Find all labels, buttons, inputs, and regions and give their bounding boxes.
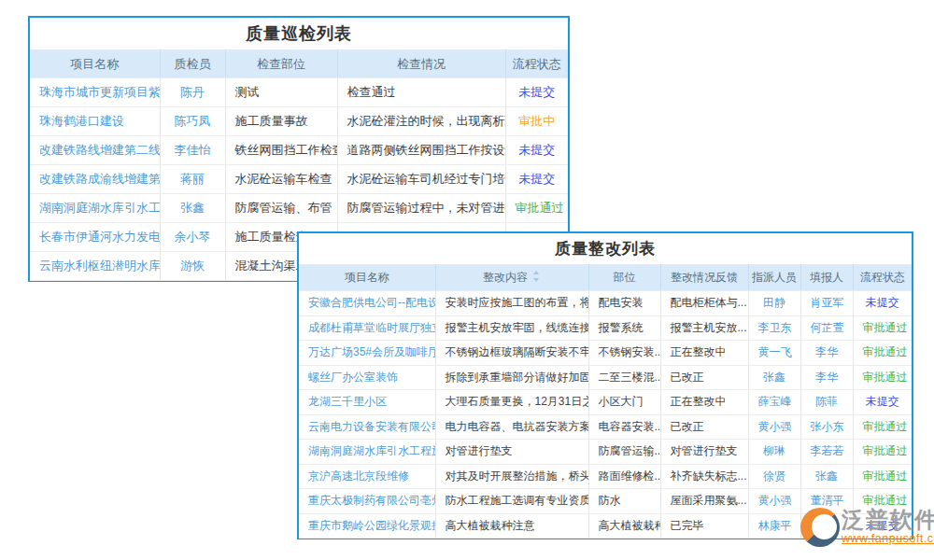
filler-cell[interactable]: 陈菲 — [800, 390, 853, 415]
assignee-cell[interactable]: 田静 — [748, 291, 800, 316]
project-cell[interactable]: 重庆市鹅岭公园绿化景观提升... — [299, 513, 435, 539]
part-cell: 水泥砼运输车检查 — [225, 165, 337, 194]
status-cell[interactable]: 审批中 — [505, 107, 568, 136]
assignee-cell[interactable]: 徐贤 — [748, 464, 800, 489]
filler-cell[interactable]: 张小东 — [800, 414, 853, 440]
project-cell[interactable]: 珠海市城市更新项目紫... — [30, 78, 160, 107]
content-cell: 对其及时开展整治措施，桥头... — [435, 464, 588, 489]
content-cell: 不锈钢边框玻璃隔断安装不牢... — [435, 341, 588, 366]
content-cell: 拆除到承重墙部分请做好加固... — [435, 365, 588, 390]
project-cell[interactable]: 珠海鹤港口建设 — [30, 107, 160, 136]
part-cell: 二至三楼混... — [588, 365, 660, 390]
status-cell[interactable]: 未提交 — [505, 165, 568, 194]
project-cell[interactable]: 万达广场35#会所及咖啡厅空... — [299, 341, 435, 366]
inspector-cell[interactable]: 李佳怡 — [160, 136, 225, 165]
inspection-table-title: 质量巡检列表 — [30, 18, 568, 49]
assignee-cell[interactable]: 柳琳 — [748, 440, 800, 465]
table-row: 万达广场35#会所及咖啡厅空...不锈钢边框玻璃隔断安装不牢...不锈钢安装..… — [299, 341, 912, 366]
part-cell: 不锈钢安装... — [588, 341, 660, 366]
status-cell[interactable]: 未提交 — [853, 291, 912, 316]
inspector-cell[interactable]: 陈丹 — [160, 78, 225, 107]
part-cell: 施工质量事故 — [225, 107, 337, 136]
inspector-cell[interactable]: 游恢 — [160, 252, 225, 281]
project-cell[interactable]: 云南水利枢纽潜明水库... — [30, 252, 160, 281]
status-cell[interactable]: 未提交 — [505, 136, 568, 165]
part-cell: 测试 — [225, 78, 337, 107]
filler-cell[interactable]: 李若若 — [800, 440, 853, 465]
project-cell[interactable]: 重庆太极制药有限公司亳州中... — [299, 489, 435, 514]
project-cell[interactable]: 云南电力设备安装有限公司20... — [299, 414, 435, 440]
feedback-cell: 配电柜柜体与... — [660, 291, 748, 316]
content-cell: 防水工程施工选调有专业资质... — [435, 489, 588, 514]
column-header-content[interactable]: 整改内容 — [435, 265, 588, 291]
sort-icon[interactable] — [532, 271, 541, 282]
status-cell[interactable]: 审批通过 — [853, 341, 912, 366]
part-cell: 报警系统 — [588, 315, 660, 341]
assignee-cell[interactable]: 黄小强 — [748, 489, 800, 514]
column-header-situation: 检查情况 — [337, 50, 505, 78]
content-cell: 高大植被栽种注意 — [435, 513, 588, 539]
status-cell[interactable]: 审批通过 — [505, 194, 568, 223]
assignee-cell[interactable]: 黄一飞 — [748, 341, 800, 366]
status-cell[interactable]: 审批通过 — [853, 464, 912, 489]
situation-cell: 检查通过 — [337, 78, 505, 107]
assignee-cell[interactable]: 张鑫 — [748, 365, 800, 390]
status-cell[interactable]: 审批通过 — [853, 365, 912, 390]
filler-cell[interactable]: 肖亚军 — [800, 291, 853, 316]
inspector-cell[interactable]: 余小琴 — [160, 223, 225, 252]
assignee-cell[interactable]: 李卫东 — [748, 315, 800, 341]
fanpu-logo-icon — [800, 508, 840, 547]
table-row: 湖南洞庭湖水库引水工程施工I标对管进行垫支防腐管运输...对管进行垫支柳琳李若若… — [299, 440, 912, 465]
watermark-brand-text: 泛普软件 — [842, 508, 934, 532]
assignee-cell[interactable]: 薛宝峰 — [748, 390, 800, 415]
table-row: 珠海市城市更新项目紫...陈丹测试检查通过未提交 — [30, 78, 568, 107]
project-cell[interactable]: 安徽合肥供电公司--配电设备... — [299, 291, 435, 316]
project-cell[interactable]: 成都杜甫草堂临时展厅独立展... — [299, 315, 435, 341]
column-header-status: 流程状态 — [505, 50, 568, 78]
status-cell[interactable]: 审批通过 — [853, 315, 912, 341]
filler-cell[interactable]: 何芷萱 — [800, 315, 853, 341]
project-cell[interactable]: 龙湖三千里小区 — [299, 390, 435, 415]
status-cell[interactable]: 未提交 — [505, 78, 568, 107]
filler-cell[interactable]: 李华 — [800, 365, 853, 390]
rectification-table: 项目名称 整改内容 部位 整改情况反馈 指派人员 填报人 流程状态 安徽合肥供电… — [299, 264, 912, 539]
part-cell: 电容器安装... — [588, 414, 660, 440]
assignee-cell[interactable]: 林康平 — [748, 513, 800, 539]
rectification-table-body: 安徽合肥供电公司--配电设备...安装时应按施工图的布置，将...配电安装配电柜… — [299, 291, 912, 539]
status-cell[interactable]: 审批通过 — [853, 440, 912, 465]
filler-cell[interactable]: 张鑫 — [800, 464, 853, 489]
content-cell: 大理石质量更换，12月31日之... — [435, 390, 588, 415]
column-header-content-label: 整改内容 — [483, 271, 528, 284]
inspector-cell[interactable]: 蒋丽 — [160, 165, 225, 194]
project-cell[interactable]: 京沪高速北京段维修 — [299, 464, 435, 489]
project-cell[interactable]: 湖南洞庭湖水库引水工... — [30, 194, 160, 223]
table-row: 成都杜甫草堂临时展厅独立展...报警主机安放牢固，线缆连接...报警系统报警主机… — [299, 315, 912, 341]
status-cell[interactable]: 未提交 — [853, 390, 912, 415]
status-cell[interactable]: 审批通过 — [853, 414, 912, 440]
column-header-part: 检查部位 — [225, 50, 337, 78]
column-header-status: 流程状态 — [853, 265, 912, 291]
assignee-cell[interactable]: 黄小强 — [748, 414, 800, 440]
situation-cell: 水泥砼灌注的时候，出现离析现象 — [337, 107, 505, 136]
filler-cell[interactable]: 李华 — [800, 341, 853, 366]
project-cell[interactable]: 湖南洞庭湖水库引水工程施工I标 — [299, 440, 435, 465]
inspector-cell[interactable]: 陈巧凤 — [160, 107, 225, 136]
fanpu-watermark: 泛普软件 www.fanpusoft.com — [800, 508, 934, 547]
part-cell: 小区大门 — [588, 390, 660, 415]
table-row: 螺丝厂办公室装饰拆除到承重墙部分请做好加固...二至三楼混...已改正张鑫李华审… — [299, 365, 912, 390]
content-cell: 对管进行垫支 — [435, 440, 588, 465]
table-row: 京沪高速北京段维修对其及时开展整治措施，桥头...路面维修检...补齐缺失标志.… — [299, 464, 912, 489]
table-row: 改建铁路线增建第二线...李佳怡铁丝网围挡工作检查道路两侧铁丝网围挡工作按设计.… — [30, 136, 568, 165]
column-header-project: 项目名称 — [30, 50, 160, 78]
project-cell[interactable]: 螺丝厂办公室装饰 — [299, 365, 435, 390]
inspector-cell[interactable]: 张鑫 — [160, 194, 225, 223]
project-cell[interactable]: 改建铁路线增建第二线... — [30, 136, 160, 165]
project-cell[interactable]: 改建铁路成渝线增建第... — [30, 165, 160, 194]
feedback-cell: 对管进行垫支 — [660, 440, 748, 465]
feedback-cell: 正在整改中 — [660, 390, 748, 415]
part-cell: 路面维修检... — [588, 464, 660, 489]
table-row: 珠海鹤港口建设陈巧凤施工质量事故水泥砼灌注的时候，出现离析现象审批中 — [30, 107, 568, 136]
situation-cell: 防腐管运输过程中，未对管进行... — [337, 194, 505, 223]
part-cell: 配电安装 — [588, 291, 660, 316]
project-cell[interactable]: 长春市伊通河水力发电... — [30, 223, 160, 252]
